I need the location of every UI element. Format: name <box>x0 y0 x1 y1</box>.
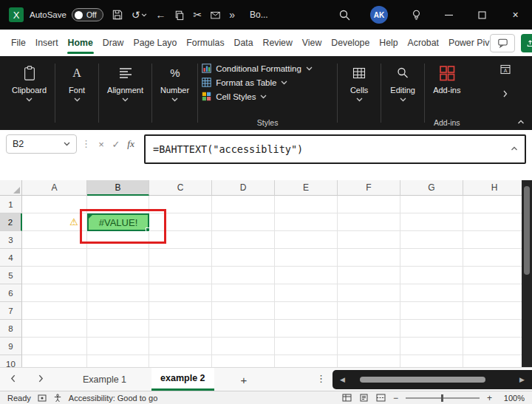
menu-tab-develope[interactable]: Develope <box>330 30 370 56</box>
menu-tab-power-piv[interactable]: Power Piv <box>448 30 490 56</box>
sheet-options-button[interactable]: ⋮ <box>316 373 326 384</box>
cell-G9[interactable] <box>400 338 463 355</box>
cell-D4[interactable] <box>212 249 275 267</box>
redo-button[interactable]: ← <box>155 10 166 20</box>
zoom-level[interactable]: 100% <box>499 394 525 403</box>
ribbon-item-conditional-formatting[interactable]: Conditional Formatting <box>202 64 333 73</box>
cell-H2[interactable] <box>463 213 526 231</box>
cell-D9[interactable] <box>212 338 275 355</box>
menu-tab-draw[interactable]: Draw <box>102 30 125 56</box>
cell-G7[interactable] <box>400 302 463 320</box>
cell-F10[interactable] <box>338 355 400 367</box>
expand-formula-bar-button[interactable] <box>511 146 518 151</box>
confirm-entry-button[interactable]: ✓ <box>109 134 123 154</box>
cell-C10[interactable] <box>149 355 212 367</box>
fill-handle[interactable] <box>146 227 150 232</box>
cell-D6[interactable] <box>212 284 275 302</box>
zoom-out-button[interactable]: − <box>393 393 398 403</box>
cell-C6[interactable] <box>149 284 212 302</box>
toolbar-overflow-button[interactable]: » <box>229 10 235 20</box>
cell-F7[interactable] <box>338 302 400 320</box>
cell-C8[interactable] <box>149 320 212 338</box>
cell-D7[interactable] <box>212 302 275 320</box>
page-break-view-icon[interactable] <box>376 394 386 402</box>
row-header-1[interactable]: 1 <box>0 196 22 213</box>
cell-C4[interactable] <box>149 249 212 267</box>
error-warning-icon[interactable]: ⚠ <box>69 217 78 227</box>
cut-button[interactable]: ✂ <box>193 10 202 20</box>
ribbon-group-cells[interactable]: Cells <box>341 62 377 102</box>
menu-tab-file[interactable]: File <box>10 30 27 56</box>
row-header-6[interactable]: 6 <box>0 284 22 302</box>
row-header-10[interactable]: 10 <box>0 355 22 367</box>
collapse-ribbon-button[interactable] <box>517 120 525 124</box>
accessibility-icon[interactable] <box>53 394 62 403</box>
add-sheet-button[interactable]: + <box>236 372 251 387</box>
cell-G10[interactable] <box>400 355 463 367</box>
row-header-9[interactable]: 9 <box>0 338 22 355</box>
select-all-corner[interactable] <box>0 180 22 196</box>
cell-F5[interactable] <box>338 267 400 284</box>
cell-A8[interactable] <box>22 320 87 338</box>
cell-F6[interactable] <box>338 284 400 302</box>
undo-button[interactable]: ↺ <box>132 10 148 20</box>
cell-D8[interactable] <box>212 320 275 338</box>
scroll-right-icon[interactable]: ▶ <box>519 376 525 383</box>
search-button[interactable] <box>338 9 351 21</box>
analyze-data-icon[interactable]: A <box>499 64 511 78</box>
cell-F1[interactable] <box>338 196 400 213</box>
cell-H10[interactable] <box>463 355 526 367</box>
cell-F4[interactable] <box>338 249 400 267</box>
zoom-slider-thumb[interactable] <box>441 394 443 402</box>
ribbon-group-add-ins[interactable]: Add-ins <box>429 62 465 95</box>
menu-tab-view[interactable]: View <box>301 30 322 56</box>
cell-C5[interactable] <box>149 267 212 284</box>
next-sheet-button[interactable] <box>38 374 44 383</box>
cell-G1[interactable] <box>400 196 463 213</box>
menu-tab-data[interactable]: Data <box>233 30 254 56</box>
cell-E5[interactable] <box>275 267 338 284</box>
cell-B6[interactable] <box>87 284 149 302</box>
macro-record-icon[interactable] <box>38 394 47 403</box>
menu-tab-acrobat[interactable]: Acrobat <box>407 30 440 56</box>
share-button[interactable] <box>521 34 532 52</box>
cell-B1[interactable] <box>87 196 149 213</box>
menu-tab-formulas[interactable]: Formulas <box>185 30 225 56</box>
menu-tab-review[interactable]: Review <box>262 30 293 56</box>
cell-G3[interactable] <box>400 231 463 249</box>
cell-F2[interactable] <box>338 213 400 231</box>
cell-G6[interactable] <box>400 284 463 302</box>
cell-H3[interactable] <box>463 231 526 249</box>
avatar[interactable]: AK <box>370 6 388 24</box>
page-layout-view-icon[interactable] <box>359 394 369 402</box>
cell-D1[interactable] <box>212 196 275 213</box>
name-box[interactable]: B2 <box>6 134 77 154</box>
cell-G5[interactable] <box>400 267 463 284</box>
column-header-D[interactable]: D <box>212 180 275 196</box>
cell-C7[interactable] <box>149 302 212 320</box>
cell-C3[interactable] <box>149 231 212 249</box>
column-header-A[interactable]: A <box>22 180 87 196</box>
row-header-3[interactable]: 3 <box>0 231 22 249</box>
cell-B5[interactable] <box>87 267 149 284</box>
cell-E2[interactable] <box>275 213 338 231</box>
ribbon-overflow-button[interactable] <box>503 87 508 100</box>
minimize-button[interactable] <box>432 0 466 30</box>
formula-input[interactable]: =BAHTTEXT("accessiblity") <box>144 134 526 164</box>
row-header-2[interactable]: 2 <box>0 213 22 231</box>
column-header-B[interactable]: B <box>87 180 149 196</box>
copy-button[interactable] <box>174 10 185 21</box>
cell-A7[interactable] <box>22 302 87 320</box>
column-header-E[interactable]: E <box>275 180 338 196</box>
cell-E10[interactable] <box>275 355 338 367</box>
cell-C1[interactable] <box>149 196 212 213</box>
accessibility-status[interactable]: Accessibility: Good to go <box>69 394 157 403</box>
row-header-7[interactable]: 7 <box>0 302 22 320</box>
sheet-tab-example-1[interactable]: Example 1 <box>77 368 132 391</box>
cell-A3[interactable] <box>22 231 87 249</box>
cell-B7[interactable] <box>87 302 149 320</box>
cell-E3[interactable] <box>275 231 338 249</box>
formula-bar-splitter[interactable]: ⋮ <box>81 138 91 149</box>
autosave-toggle[interactable]: Off <box>72 8 103 21</box>
cell-B4[interactable] <box>87 249 149 267</box>
